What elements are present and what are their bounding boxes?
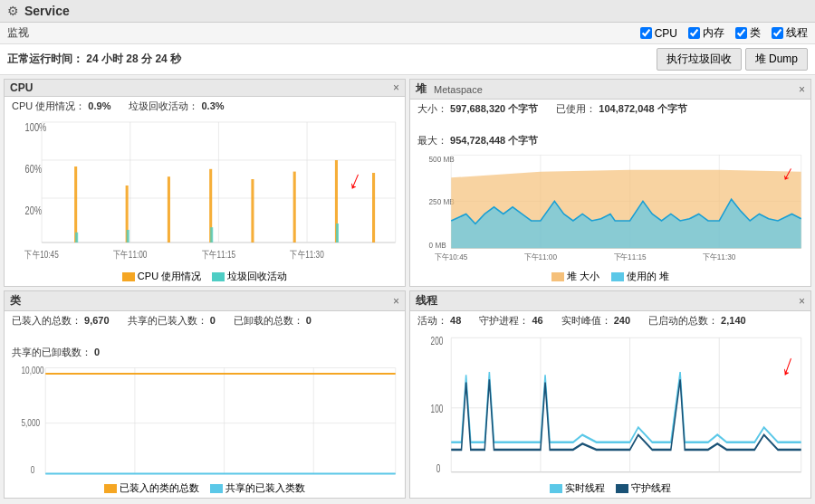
svg-text:下午11:15: 下午11:15 [614, 252, 647, 262]
svg-text:0: 0 [31, 466, 35, 476]
memory-checkbox[interactable] [688, 27, 700, 39]
thread-panel-title: 线程 [416, 293, 437, 309]
heap-subtitle: Metaspace [434, 84, 483, 95]
class-checkbox[interactable] [735, 27, 747, 39]
svg-marker-25 [127, 230, 129, 242]
thread-checkbox[interactable] [772, 27, 783, 39]
title-bar: ⚙ Service [0, 0, 815, 23]
panels-container: CPU × CPU 使用情况： 0.9% 垃圾回收活动： 0.3% 100% 6… [0, 75, 815, 502]
thread-legend: 实时线程 守护线程 [410, 480, 810, 498]
thread-checkbox-label[interactable]: 线程 [772, 25, 808, 41]
thread-chart: 200 100 0 下午10:45 下午11:00 [410, 330, 810, 480]
svg-text:200: 200 [431, 334, 444, 347]
svg-text:0: 0 [436, 461, 441, 474]
memory-checkbox-text: 内存 [703, 25, 724, 41]
svg-text:20%: 20% [25, 204, 43, 217]
svg-text:下午10:45: 下午10:45 [435, 252, 467, 262]
cpu-panel-title: CPU [10, 81, 33, 94]
heap-panel-close[interactable]: × [799, 84, 805, 95]
svg-marker-24 [75, 233, 78, 242]
svg-text:下午10:45: 下午10:45 [24, 249, 59, 261]
svg-text:0 MB: 0 MB [429, 241, 447, 250]
monitor-checkboxes: CPU 内存 类 线程 [640, 25, 808, 41]
class-loaded-stat: 已装入的总数： 9,670 [12, 314, 110, 328]
thread-panel: 线程 × 活动： 48 守护进程： 46 实时峰值： 240 已启动的总数： 2… [409, 290, 811, 499]
svg-text:500 MB: 500 MB [429, 155, 455, 164]
cpu-legend-usage: CPU 使用情况 [122, 270, 201, 283]
heap-legend-size: 堆 大小 [551, 270, 599, 283]
cpu-panel: CPU × CPU 使用情况： 0.9% 垃圾回收活动： 0.3% 100% 6… [4, 79, 406, 287]
action-buttons: 执行垃圾回收 堆 Dump [657, 48, 808, 71]
class-legend-shared: 共享的已装入类数 [210, 481, 305, 495]
heap-used-swatch [611, 272, 624, 281]
class-shared-unloaded-stat: 共享的已卸载数： 0 [12, 346, 100, 359]
class-loaded-swatch [104, 484, 117, 493]
dump-button[interactable]: 堆 Dump [745, 48, 808, 71]
svg-marker-16 [74, 166, 77, 242]
class-panel-stats: 已装入的总数： 9,670 共享的已装入数： 0 已卸载的总数： 0 共享的已卸… [5, 311, 405, 362]
class-shared-loaded-stat: 共享的已装入数： 0 [128, 314, 216, 328]
heap-panel-stats: 大小： 597,688,320 个字节 已使用： 104,872,048 个字节… [410, 100, 810, 150]
monitor-bar: 监视 CPU 内存 类 线程 [0, 23, 815, 44]
svg-marker-20 [251, 179, 254, 242]
cpu-usage-stat: CPU 使用情况： 0.9% [12, 100, 110, 113]
monitor-label: 监视 [7, 25, 29, 41]
uptime-bar: 正常运行时间： 24 小时 28 分 24 秒 执行垃圾回收 堆 Dump [0, 44, 815, 75]
svg-text:下午11:30: 下午11:30 [290, 249, 324, 261]
class-checkbox-label[interactable]: 类 [735, 25, 761, 41]
svg-text:下午11:00: 下午11:00 [524, 252, 557, 262]
heap-chart: 500 MB 250 MB 0 MB 下午10:45 [410, 150, 810, 268]
class-panel: 类 × 已装入的总数： 9,670 共享的已装入数： 0 已卸载的总数： 0 共… [4, 290, 406, 499]
svg-text:100: 100 [431, 402, 444, 414]
gc-button[interactable]: 执行垃圾回收 [657, 48, 742, 71]
thread-active-stat: 活动： 48 [417, 314, 461, 328]
class-panel-title: 类 [10, 293, 21, 309]
cpu-panel-header: CPU × [5, 80, 405, 97]
gc-color-swatch [212, 272, 225, 281]
cpu-chart: 100% 60% 20% 下午10:45 下午11:00 下午11:15 下午1… [5, 116, 405, 268]
thread-peak-stat: 实时峰值： 240 [561, 314, 630, 328]
thread-daemon-stat: 守护进程： 46 [479, 314, 542, 328]
svg-marker-26 [210, 227, 213, 242]
gear-icon: ⚙ [7, 4, 19, 18]
svg-marker-18 [168, 176, 170, 242]
cpu-checkbox-text: CPU [655, 27, 677, 40]
thread-legend-live: 实时线程 [550, 481, 605, 495]
memory-checkbox-label[interactable]: 内存 [688, 25, 724, 41]
class-legend: 已装入的类的总数 共享的已装入类数 [5, 480, 405, 498]
gc-activity-stat: 垃圾回收活动： 0.3% [129, 100, 224, 113]
class-chart: 10,000 5,000 0 下午10:45 下午11:00 [5, 362, 405, 480]
cpu-panel-close[interactable]: × [393, 82, 399, 93]
svg-text:下午11:30: 下午11:30 [703, 252, 735, 262]
cpu-color-swatch [122, 272, 135, 281]
svg-text:60%: 60% [25, 163, 43, 176]
heap-panel-header: 堆 Metaspace × [410, 80, 810, 100]
svg-text:下午11:15: 下午11:15 [202, 249, 236, 261]
cpu-panel-stats: CPU 使用情况： 0.9% 垃圾回收活动： 0.3% [5, 97, 405, 116]
heap-panel-title: 堆 [416, 81, 427, 97]
svg-marker-21 [293, 172, 296, 242]
thread-live-swatch [550, 484, 562, 493]
thread-panel-stats: 活动： 48 守护进程： 46 实时峰值： 240 已启动的总数： 2,140 [410, 311, 810, 330]
svg-marker-23 [372, 173, 375, 242]
cpu-checkbox[interactable] [640, 27, 652, 39]
cpu-legend: CPU 使用情况 垃圾回收活动 [5, 268, 405, 286]
class-panel-close[interactable]: × [393, 296, 399, 307]
class-checkbox-text: 类 [750, 25, 761, 41]
thread-checkbox-text: 线程 [786, 25, 808, 41]
cpu-checkbox-label[interactable]: CPU [640, 27, 677, 40]
thread-panel-close[interactable]: × [799, 296, 805, 307]
app-title: Service [24, 4, 70, 18]
svg-text:↓: ↓ [346, 163, 366, 196]
cpu-legend-gc: 垃圾回收活动 [212, 270, 287, 283]
svg-text:250 MB: 250 MB [429, 196, 455, 205]
heap-used-stat: 已使用： 104,872,048 个字节 [556, 102, 686, 116]
svg-text:100%: 100% [25, 120, 47, 133]
class-legend-loaded: 已装入的类的总数 [104, 481, 199, 495]
svg-text:↓: ↓ [779, 345, 799, 384]
thread-legend-daemon: 守护线程 [616, 481, 671, 495]
svg-marker-27 [336, 223, 339, 242]
heap-max-stat: 最大： 954,728,448 个字节 [417, 134, 538, 147]
heap-legend: 堆 大小 使用的 堆 [410, 268, 810, 286]
class-unloaded-stat: 已卸载的总数： 0 [234, 314, 312, 328]
